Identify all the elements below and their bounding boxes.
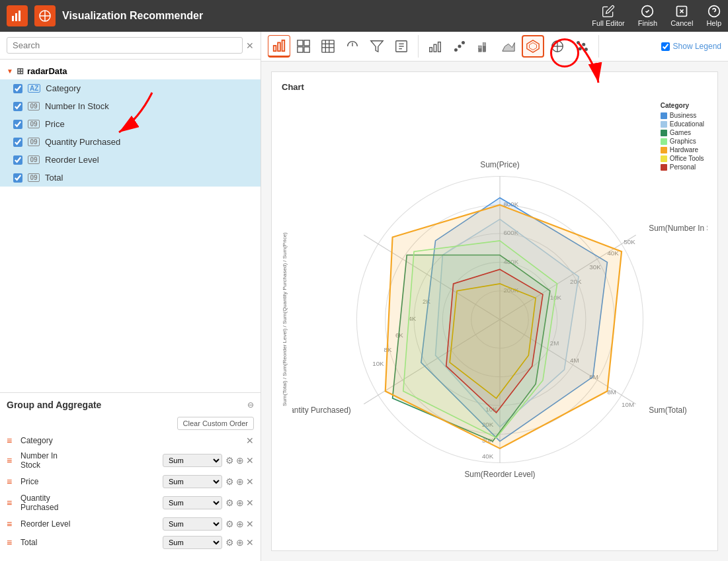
tree-checkbox-quantitypurchased[interactable]	[13, 138, 22, 147]
tree-item-quantitypurchased[interactable]: 09 Quantity Purchased	[0, 133, 261, 151]
show-legend-checkbox[interactable]	[661, 42, 670, 51]
svg-text:8M: 8M	[607, 388, 616, 396]
svg-text:40K: 40K	[482, 453, 494, 460]
bar-subtype-btn[interactable]	[424, 35, 446, 58]
chart-legend: Category Business Educational	[661, 102, 704, 172]
legend-label-officetools: Office Tools	[670, 155, 704, 162]
svg-rect-30	[430, 48, 432, 52]
svg-rect-37	[479, 46, 482, 49]
agg-plus-reorderlevel[interactable]: ⊕	[236, 519, 244, 529]
legend-item-officetools: Office Tools	[661, 155, 704, 162]
legend-color-officetools	[661, 155, 667, 162]
tree-checkbox-reorderlevel[interactable]	[13, 155, 22, 165]
radar-chart-svg: Sum(Price) Sum(Number In Stock) Sum(Tota…	[292, 99, 708, 540]
svg-marker-25	[371, 41, 383, 52]
tree-type-total: 09	[28, 173, 40, 182]
legend-color-games	[661, 130, 667, 136]
agg-item-quantitypurchased: ≡ QuantityPurchased SumCountAvg ⚙ ⊕ ✕	[7, 494, 254, 512]
gauge-btn[interactable]	[341, 35, 364, 58]
chart-content: Sum(Total) / Sum(Reorder Level) / Sum(Qu…	[282, 99, 708, 540]
agg-close-numberinstock[interactable]: ✕	[246, 455, 254, 466]
svg-rect-31	[434, 44, 436, 52]
agg-gear-price[interactable]: ⚙	[225, 476, 234, 487]
app-logo	[7, 5, 28, 26]
agg-close-price[interactable]: ✕	[246, 476, 254, 487]
finish-btn[interactable]: Finish	[638, 5, 657, 27]
stacked-bar-subtype-btn[interactable]	[473, 35, 495, 58]
area-subtype-btn[interactable]	[497, 35, 520, 58]
legend-item-graphics: Graphics	[661, 138, 704, 145]
text-btn[interactable]	[390, 35, 413, 58]
tree-header: ▼ ⊞ radarData	[0, 63, 261, 79]
svg-point-33	[455, 49, 458, 52]
svg-rect-38	[483, 46, 486, 52]
scatter-subtype-btn[interactable]	[571, 35, 593, 58]
svg-rect-17	[298, 47, 303, 52]
radial-subtype-btn[interactable]	[546, 35, 569, 58]
dot-subtype-btn[interactable]	[448, 35, 471, 58]
agg-select-reorderlevel[interactable]: SumCountAvg	[163, 517, 222, 531]
agg-gear-numberinstock[interactable]: ⚙	[225, 455, 234, 466]
bar-chart-btn[interactable]	[268, 35, 290, 58]
tree-item-numberinstock[interactable]: 09 Number In Stock	[0, 97, 261, 115]
chart-y-axis-label: Sum(Total) / Sum(Reorder Level) / Sum(Qu…	[282, 99, 292, 540]
help-btn[interactable]: Help	[706, 5, 721, 27]
group-agg-title: Group and Aggregate	[7, 400, 101, 410]
tree-checkbox-category[interactable]	[13, 84, 22, 93]
agg-item-numberinstock: ≡ Number InStock SumCountAvgMinMax ⚙ ⊕ ✕	[7, 451, 254, 470]
pivot-table-btn[interactable]	[292, 35, 315, 58]
svg-rect-12	[274, 46, 276, 51]
agg-remove-category-btn[interactable]: ✕	[246, 435, 254, 446]
chart-main: Sum(Price) Sum(Number In Stock) Sum(Tota…	[292, 99, 708, 540]
tree-checkbox-total[interactable]	[13, 173, 22, 183]
legend-color-graphics	[661, 138, 667, 145]
legend-label-hardware: Hardware	[670, 146, 698, 153]
tree-item-reorderlevel[interactable]: 09 Reorder Level	[0, 151, 261, 169]
agg-select-numberinstock[interactable]: SumCountAvgMinMax	[163, 454, 222, 467]
agg-icon-category: ≡	[7, 435, 17, 446]
tree-collapse-icon[interactable]: ▼	[7, 67, 13, 75]
tree-item-total[interactable]: 09 Total	[0, 169, 261, 187]
tree-label-quantitypurchased: Quantity Purchased	[45, 137, 120, 147]
svg-rect-15	[298, 40, 303, 46]
tree-label-price: Price	[45, 119, 65, 129]
agg-plus-quantitypurchased[interactable]: ⊕	[236, 497, 244, 508]
agg-plus-numberinstock[interactable]: ⊕	[236, 455, 244, 466]
agg-gear-quantitypurchased[interactable]: ⚙	[225, 497, 234, 508]
search-clear-button[interactable]: ✕	[246, 40, 254, 51]
tree-label-category: Category	[46, 83, 81, 93]
agg-close-total[interactable]: ✕	[246, 537, 254, 548]
agg-select-quantitypurchased[interactable]: SumCountAvg	[163, 496, 222, 509]
agg-select-total[interactable]: SumCountAvg	[163, 536, 222, 549]
clear-custom-order-btn[interactable]: Clear Custom Order	[177, 417, 254, 430]
group-agg-collapse-icon[interactable]: ⊖	[247, 400, 254, 410]
svg-text:10K: 10K	[372, 360, 384, 367]
agg-close-quantitypurchased[interactable]: ✕	[246, 497, 254, 508]
search-input[interactable]	[7, 37, 243, 54]
agg-actions-price: ⚙ ⊕ ✕	[225, 476, 254, 487]
tree-item-price[interactable]: 09 Price	[0, 115, 261, 133]
legend-label-personal: Personal	[670, 163, 696, 171]
full-editor-btn[interactable]: Full Editor	[592, 5, 625, 27]
filter-btn[interactable]	[366, 35, 388, 58]
tree-type-quantitypurchased: 09	[28, 138, 40, 146]
agg-gear-reorderlevel[interactable]: ⚙	[225, 519, 234, 529]
cancel-btn[interactable]: Cancel	[670, 5, 693, 27]
svg-text:50K: 50K	[624, 238, 635, 245]
agg-close-reorderlevel[interactable]: ✕	[246, 519, 254, 529]
agg-plus-total[interactable]: ⊕	[236, 537, 244, 548]
agg-plus-price[interactable]: ⊕	[236, 476, 244, 487]
agg-gear-total[interactable]: ⚙	[225, 537, 234, 548]
legend-label-graphics: Graphics	[670, 138, 696, 145]
tree-item-category[interactable]: AZ Category	[0, 79, 261, 97]
legend-color-educational	[661, 121, 667, 128]
radar-subtype-btn[interactable]	[522, 35, 544, 58]
svg-rect-32	[438, 42, 441, 52]
chart-area: Chart Sum(Total) / Sum(Reorder Level) / …	[261, 62, 728, 561]
table-btn[interactable]	[317, 35, 339, 58]
agg-select-price[interactable]: SumCountAvg	[163, 475, 222, 488]
svg-text:Sum(Quantity Purchased): Sum(Quantity Purchased)	[292, 406, 351, 415]
svg-rect-1	[15, 13, 17, 21]
tree-checkbox-numberinstock[interactable]	[13, 102, 22, 111]
tree-checkbox-price[interactable]	[13, 120, 22, 129]
